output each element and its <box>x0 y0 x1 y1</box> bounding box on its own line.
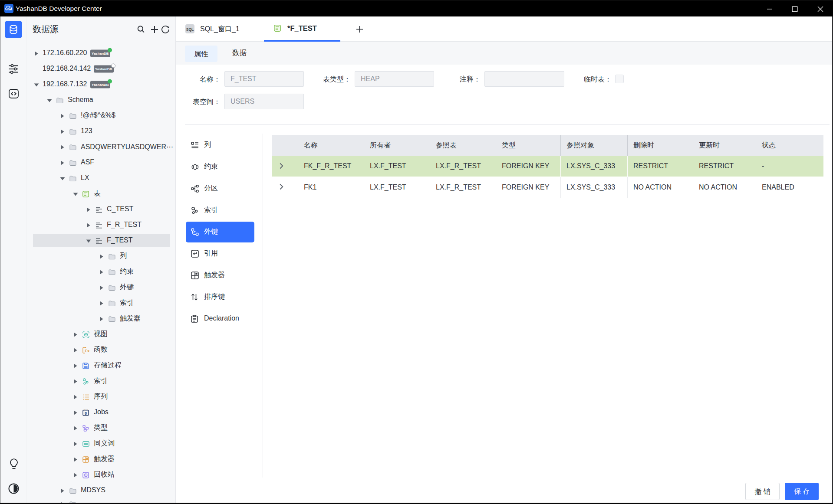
svg-text:Fx: Fx <box>85 348 89 353</box>
svg-text:SQL: SQL <box>186 27 194 32</box>
svg-text:8: 8 <box>85 411 87 415</box>
